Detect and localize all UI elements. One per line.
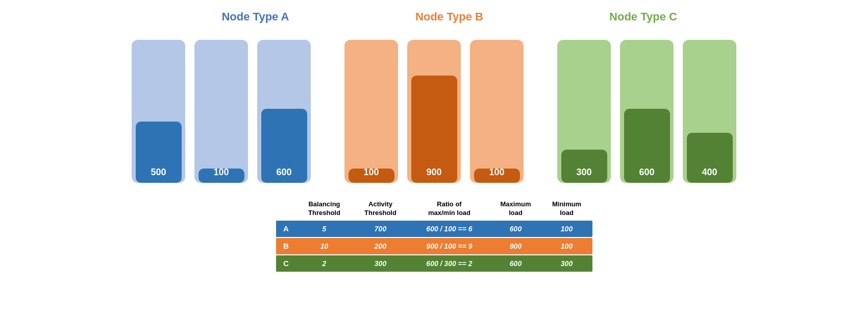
node-headers: Node Type A Node Type B Node Type C bbox=[0, 10, 868, 23]
bar-groupB-2: 100 bbox=[470, 40, 524, 183]
bar-outer-groupC-2: 400 bbox=[683, 40, 736, 183]
bar-label-groupC-2: 400 bbox=[702, 167, 717, 178]
bar-outer-groupA-2: 600 bbox=[257, 40, 311, 183]
row-cell-A-2: 600 / 100 == 6 bbox=[409, 221, 490, 237]
node-group-c: 300600400 bbox=[557, 40, 736, 183]
bar-groupB-0: 100 bbox=[344, 40, 398, 183]
table-header-3: Maximumload bbox=[490, 198, 541, 220]
bar-outer-groupA-0: 500 bbox=[132, 40, 185, 183]
table-wrapper: BalancingThresholdActivityThresholdRatio… bbox=[276, 198, 592, 272]
bar-label-groupA-1: 100 bbox=[213, 167, 229, 178]
table-row-B: B10200900 / 100 == 9900100 bbox=[276, 238, 592, 254]
bar-label-groupC-1: 600 bbox=[639, 167, 654, 178]
row-cell-A-3: 600 bbox=[490, 221, 541, 237]
row-cell-B-3: 900 bbox=[490, 238, 541, 254]
main-container: Node Type A Node Type B Node Type C 5001… bbox=[0, 0, 868, 310]
row-cell-C-3: 600 bbox=[490, 255, 541, 272]
bar-groupB-1: 900 bbox=[407, 40, 461, 183]
bar-label-groupB-0: 100 bbox=[363, 167, 379, 178]
bar-label-groupB-2: 100 bbox=[489, 167, 504, 178]
table-headers: BalancingThresholdActivityThresholdRatio… bbox=[276, 198, 592, 220]
node-group-b: 100900100 bbox=[344, 40, 524, 183]
node-type-c-header: Node Type C bbox=[547, 10, 740, 23]
bar-groupC-0: 300 bbox=[557, 40, 611, 183]
bar-groupC-2: 400 bbox=[683, 40, 736, 183]
table-data: A5700600 / 100 == 6600100B10200900 / 100… bbox=[276, 221, 592, 272]
bar-label-groupC-0: 300 bbox=[576, 167, 591, 178]
row-label-A: A bbox=[276, 221, 296, 237]
table-row-A: A5700600 / 100 == 6600100 bbox=[276, 221, 592, 237]
row-label-B: B bbox=[276, 238, 296, 254]
row-cell-B-0: 10 bbox=[296, 238, 353, 254]
row-cell-A-0: 5 bbox=[296, 221, 353, 237]
row-cell-C-1: 300 bbox=[353, 255, 409, 272]
node-group-a: 500100600 bbox=[132, 40, 311, 183]
row-cell-B-2: 900 / 100 == 9 bbox=[409, 238, 490, 254]
table-header-1: ActivityThreshold bbox=[353, 198, 409, 220]
table-section: BalancingThresholdActivityThresholdRatio… bbox=[0, 198, 868, 272]
table-header-2: Ratio ofmax/min load bbox=[409, 198, 490, 220]
bar-groupA-2: 600 bbox=[257, 40, 311, 183]
bar-outer-groupC-1: 600 bbox=[620, 40, 674, 183]
bars-container: 500100600 100900100 300600400 bbox=[101, 30, 767, 183]
table-header-0: BalancingThreshold bbox=[296, 198, 353, 220]
row-label-C: C bbox=[276, 255, 296, 272]
row-cell-C-2: 600 / 300 == 2 bbox=[409, 255, 490, 272]
node-type-b-header: Node Type B bbox=[353, 10, 547, 23]
row-cell-C-4: 300 bbox=[541, 255, 592, 272]
bar-label-groupB-1: 900 bbox=[426, 167, 441, 178]
bar-label-groupA-0: 500 bbox=[151, 167, 166, 178]
bar-inner-groupC-0 bbox=[561, 150, 607, 183]
bar-outer-groupB-1: 900 bbox=[407, 40, 461, 183]
bar-label-groupA-2: 600 bbox=[276, 167, 291, 178]
bar-groupA-0: 500 bbox=[132, 40, 185, 183]
bar-outer-groupB-2: 100 bbox=[470, 40, 524, 183]
row-cell-B-4: 100 bbox=[541, 238, 592, 254]
bar-groupC-1: 600 bbox=[620, 40, 674, 183]
bar-outer-groupA-1: 100 bbox=[194, 40, 248, 183]
row-cell-B-1: 200 bbox=[353, 238, 409, 254]
bar-outer-groupC-0: 300 bbox=[557, 40, 611, 183]
row-cell-C-0: 2 bbox=[296, 255, 353, 272]
row-cell-A-1: 700 bbox=[353, 221, 409, 237]
table-header-4: Minimumload bbox=[541, 198, 592, 220]
node-type-a-header: Node Type A bbox=[159, 10, 353, 23]
row-cell-A-4: 100 bbox=[541, 221, 592, 237]
table-row-C: C2300600 / 300 == 2600300 bbox=[276, 255, 592, 272]
bar-outer-groupB-0: 100 bbox=[344, 40, 398, 183]
bar-groupA-1: 100 bbox=[194, 40, 248, 183]
